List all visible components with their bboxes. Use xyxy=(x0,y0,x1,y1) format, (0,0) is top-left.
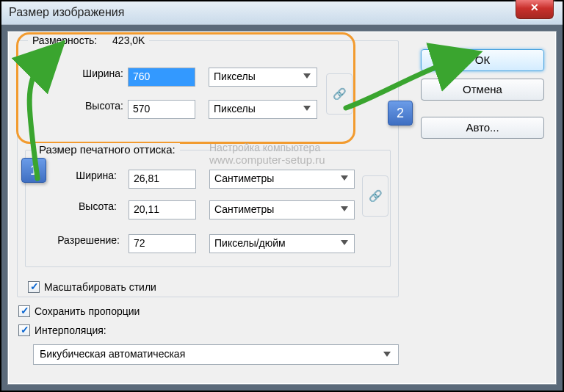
print-height-input[interactable]: 20,11 xyxy=(129,200,196,219)
titlebar: Размер изображения ✕ xyxy=(1,1,563,25)
scale-styles-row: ✓ Масштабировать стили xyxy=(28,279,156,295)
width-input[interactable]: 760 xyxy=(128,68,195,87)
chevron-down-icon xyxy=(341,240,348,245)
tutorial-highlight-box xyxy=(16,32,355,144)
interpolation-row: ✓ Интерполяция: xyxy=(18,322,106,338)
chevron-down-icon xyxy=(341,175,348,181)
chevron-down-icon xyxy=(383,352,391,357)
print-constrain-link-icon[interactable]: 🔗 xyxy=(362,175,388,217)
interpolation-method-select[interactable]: Бикубическая автоматическая xyxy=(33,344,399,365)
check-icon: ✓ xyxy=(21,324,29,335)
watermark-line1: Настройка компьютера xyxy=(209,142,320,153)
link-icon: 🔗 xyxy=(369,189,383,203)
height-input[interactable]: 570 xyxy=(128,100,195,119)
print-height-unit-value: Сантиметры xyxy=(214,203,274,215)
width-unit-value: Пикселы xyxy=(214,70,256,82)
constrain-proportions-checkbox[interactable]: ✓ xyxy=(18,305,30,317)
close-button[interactable]: ✕ xyxy=(516,0,554,19)
constrain-proportions-row: ✓ Сохранить пропорции xyxy=(18,303,140,319)
pixel-dimensions-legend: Размерность: 423,0K xyxy=(28,34,149,46)
chevron-down-icon xyxy=(303,73,311,79)
pixel-dimensions-value: 423,0K xyxy=(112,35,145,46)
check-icon: ✓ xyxy=(30,280,39,292)
interpolation-method-value: Бикубическая автоматическая xyxy=(40,348,185,360)
callout-2: 2 xyxy=(388,101,413,126)
resolution-unit-value: Пикселы/дюйм xyxy=(214,237,286,249)
width-label: Ширина: xyxy=(47,68,123,79)
chevron-down-icon xyxy=(303,106,311,111)
callout-1: 1 xyxy=(21,158,46,183)
close-icon: ✕ xyxy=(530,1,539,13)
width-unit-select[interactable]: Пикселы xyxy=(209,68,317,87)
print-height-unit-select[interactable]: Сантиметры xyxy=(209,200,355,219)
print-size-legend: Размер печатного оттиска: xyxy=(35,143,180,156)
scale-styles-label: Масштабировать стили xyxy=(44,281,156,293)
print-height-label: Высота: xyxy=(40,200,117,212)
cancel-button[interactable]: Отмена xyxy=(421,79,544,101)
interpolation-checkbox[interactable]: ✓ xyxy=(18,324,30,336)
print-size-group: Размер печатного оттиска: Настройка комп… xyxy=(25,150,391,267)
resolution-unit-select[interactable]: Пикселы/дюйм xyxy=(209,234,355,253)
pixel-dimensions-group: Размерность: 423,0K Ширина: 760 Пикселы … xyxy=(17,40,399,297)
window-title: Размер изображения xyxy=(9,6,124,19)
ok-button[interactable]: ОК xyxy=(421,49,544,71)
auto-button[interactable]: Авто... xyxy=(421,117,544,139)
height-label: Высота: xyxy=(47,100,123,112)
link-icon: 🔗 xyxy=(333,87,347,101)
scale-styles-checkbox[interactable]: ✓ xyxy=(28,281,40,293)
pixel-dimensions-label: Размерность: xyxy=(32,35,97,46)
height-unit-select[interactable]: Пикселы xyxy=(209,100,317,119)
check-icon: ✓ xyxy=(21,305,29,316)
constrain-link-icon[interactable]: 🔗 xyxy=(326,73,352,115)
resolution-input[interactable]: 72 xyxy=(129,234,196,253)
constrain-proportions-label: Сохранить пропорции xyxy=(35,305,140,317)
print-width-unit-select[interactable]: Сантиметры xyxy=(209,170,355,189)
print-width-input[interactable]: 26,81 xyxy=(129,170,196,189)
height-unit-value: Пикселы xyxy=(214,103,256,115)
resolution-label: Разрешение: xyxy=(32,234,120,246)
chevron-down-icon xyxy=(341,206,348,211)
print-width-unit-value: Сантиметры xyxy=(214,173,274,184)
dialog-window: Размер изображения ✕ Размерность: 423,0K… xyxy=(0,0,564,392)
interpolation-label: Интерполяция: xyxy=(35,324,106,336)
dialog-body: Размерность: 423,0K Ширина: 760 Пикселы … xyxy=(7,31,557,385)
watermark-line2: www.computer-setup.ru xyxy=(209,153,325,166)
print-width-label: Ширина: xyxy=(40,170,117,181)
